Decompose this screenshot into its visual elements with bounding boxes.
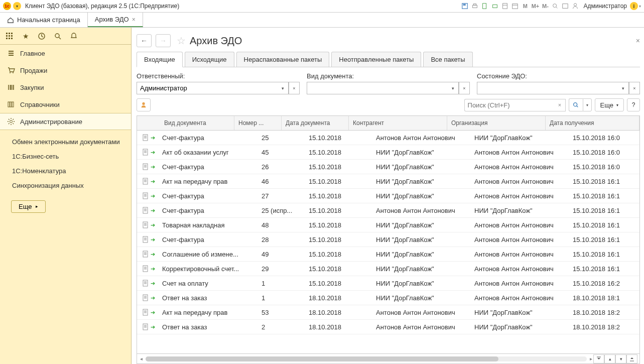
more-button[interactable]: Еще▾: [595, 98, 624, 111]
doc-print-icon[interactable]: [491, 2, 499, 10]
find-button[interactable]: [569, 98, 583, 111]
sidebar-more-button[interactable]: Еще▸: [11, 200, 46, 213]
user-name[interactable]: Администратор: [583, 3, 627, 10]
col-date[interactable]: Дата документа: [282, 116, 349, 130]
info-icon[interactable]: i: [630, 2, 638, 10]
scroll-left-icon[interactable]: ◂: [139, 356, 144, 361]
svg-rect-4: [483, 4, 486, 9]
table-row[interactable]: ➔Счет-фактура2615.10.2018НИИ "ДорГлавКож…: [137, 160, 639, 174]
favorite-icon[interactable]: ☆: [177, 35, 186, 47]
close-icon[interactable]: ×: [132, 16, 136, 23]
table-row[interactable]: ➔Акт об оказании услуг4515.10.2018НИИ "Д…: [137, 145, 639, 160]
svg-rect-15: [9, 33, 10, 34]
window-icon[interactable]: [561, 2, 569, 10]
cart-icon: [7, 66, 15, 74]
table-row[interactable]: ➔Акт на передачу прав5318.10.2018Антонов…: [137, 305, 639, 320]
table-row[interactable]: ➔Соглашение об измене...4915.10.2018НИИ …: [137, 247, 639, 262]
doc-green-icon[interactable]: [481, 2, 489, 10]
svg-rect-5: [493, 5, 497, 8]
calendar-icon[interactable]: [511, 2, 519, 10]
search-input[interactable]: [464, 99, 555, 111]
filter-doctype-input[interactable]: [307, 82, 448, 94]
cell-type: Ответ на заказ: [160, 294, 257, 302]
star-icon[interactable]: ★: [21, 32, 30, 41]
filter-responsible-input[interactable]: [137, 82, 278, 94]
table-row[interactable]: ➔Корректировочный счет...2915.10.2018НИИ…: [137, 262, 639, 276]
m-plus-icon[interactable]: M+: [531, 2, 539, 10]
nav-last-icon[interactable]: [626, 354, 637, 363]
filter-tab-outgoing[interactable]: Исходящие: [185, 52, 234, 67]
sidebar-item-label: Администрирование: [20, 118, 82, 126]
apps-icon[interactable]: [5, 32, 14, 41]
filter-tab-unpacked[interactable]: Нераспакованные пакеты: [236, 52, 330, 67]
sidebar-sub-biznet[interactable]: 1С:Бизнес-сеть: [0, 150, 131, 164]
col-num[interactable]: Номер ...: [234, 116, 282, 130]
cell-recv: 15.10.2018 16:1: [569, 178, 639, 185]
cell-type: Корректировочный счет...: [160, 265, 257, 273]
zoom-icon[interactable]: [551, 2, 559, 10]
col-type[interactable]: Вид документа: [137, 116, 234, 130]
calc-icon[interactable]: [501, 2, 509, 10]
tab-archive[interactable]: Архив ЭДО ×: [88, 13, 143, 27]
col-org[interactable]: Организация: [447, 116, 546, 130]
filter-tab-unsent[interactable]: Неотправленные пакеты: [331, 52, 421, 67]
svg-rect-38: [12, 102, 14, 107]
clear-icon[interactable]: ×: [289, 82, 300, 94]
history-icon[interactable]: [37, 32, 46, 41]
sidebar-item-purchases[interactable]: Закупки: [0, 79, 131, 96]
clear-icon[interactable]: ×: [459, 82, 470, 94]
m-icon[interactable]: M: [521, 2, 529, 10]
nav-down-icon[interactable]: ▾: [615, 354, 626, 363]
dropdown-icon[interactable]: ▾: [618, 82, 629, 94]
back-button[interactable]: ←: [137, 34, 152, 47]
help-button[interactable]: ?: [627, 98, 640, 111]
m-minus-icon[interactable]: M-: [541, 2, 549, 10]
sidebar-sub-sync[interactable]: Синхронизация данных: [0, 179, 131, 193]
sidebar-item-main[interactable]: Главное: [0, 45, 131, 62]
app-dropdown-icon[interactable]: ▾: [13, 2, 21, 10]
tab-home[interactable]: Начальная страница: [0, 13, 88, 27]
info-dropdown-icon[interactable]: ▾: [639, 4, 641, 9]
sidebar-sub-nomen[interactable]: 1С:Номенклатура: [0, 164, 131, 179]
save-icon[interactable]: [461, 2, 469, 10]
window-title: Клиент ЭДО (базовая), редакция 2.5 (1С:П…: [25, 3, 461, 10]
table-row[interactable]: ➔Счет-фактура2715.10.2018НИИ "ДорГлавКож…: [137, 189, 639, 203]
find-dropdown-icon[interactable]: ▾: [583, 98, 592, 111]
table-row[interactable]: ➔Ответ на заказ118.10.2018НИИ "ДорГлавКо…: [137, 291, 639, 305]
sidebar-item-admin[interactable]: Администрирование: [0, 113, 131, 130]
user-filter-button[interactable]: [137, 98, 151, 111]
sidebar-item-refs[interactable]: Справочники: [0, 96, 131, 113]
search-icon[interactable]: [53, 32, 62, 41]
svg-rect-37: [10, 102, 12, 107]
sidebar-sub-exchange[interactable]: Обмен электронными документами: [0, 135, 131, 150]
filter-state-input[interactable]: [477, 82, 618, 94]
search-clear-icon[interactable]: ×: [555, 99, 566, 111]
dropdown-icon[interactable]: ▾: [448, 82, 459, 94]
clear-icon[interactable]: ×: [629, 82, 640, 94]
filter-tab-all[interactable]: Все пакеты: [423, 52, 472, 67]
col-recv[interactable]: Дата получения: [546, 116, 639, 130]
arrow-right-icon: ➔: [151, 149, 155, 156]
dropdown-icon[interactable]: ▾: [278, 82, 289, 94]
table-row[interactable]: ➔Акт на передачу прав4615.10.2018НИИ "До…: [137, 174, 639, 189]
table-row[interactable]: ➔Счет-фактура25 (испр...15.10.2018Антоно…: [137, 203, 639, 218]
nav-first-icon[interactable]: [593, 354, 604, 363]
sidebar-item-sales[interactable]: Продажи: [0, 62, 131, 79]
table-row[interactable]: ➔Товарная накладная4815.10.2018НИИ "ДорГ…: [137, 218, 639, 232]
nav-up-icon[interactable]: ▴: [604, 354, 615, 363]
cell-contr: Антонов Антон Антонович: [372, 134, 470, 142]
table-row[interactable]: ➔Счет-фактура2515.10.2018Антонов Антон А…: [137, 131, 639, 145]
col-contr[interactable]: Контрагент: [349, 116, 447, 130]
table-row[interactable]: ➔Счет на оплату115.10.2018НИИ "ДорГлавКо…: [137, 276, 639, 291]
filter-tab-incoming[interactable]: Входящие: [137, 52, 183, 67]
cell-type: Счет-фактура: [160, 236, 257, 244]
grid-body[interactable]: ➔Счет-фактура2515.10.2018Антонов Антон А…: [137, 131, 639, 353]
horizontal-scrollbar[interactable]: [146, 356, 587, 361]
bell-icon[interactable]: [69, 32, 78, 41]
table-row[interactable]: ➔Ответ на заказ218.10.2018Антонов Антон …: [137, 320, 639, 334]
print-icon[interactable]: [471, 2, 479, 10]
table-row[interactable]: ➔Счет-фактура2815.10.2018НИИ "ДорГлавКож…: [137, 232, 639, 247]
scroll-right-icon[interactable]: ▸: [589, 356, 593, 361]
close-page-icon[interactable]: ×: [636, 37, 640, 45]
forward-button[interactable]: →: [156, 34, 171, 47]
